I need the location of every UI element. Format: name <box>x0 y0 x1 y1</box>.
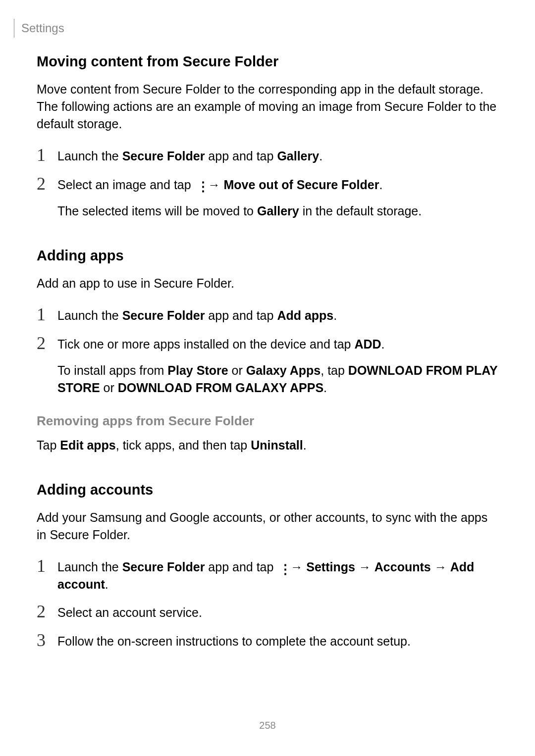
removing-apps-text: Tap Edit apps, tick apps, and then tap U… <box>37 437 498 454</box>
main-content: Moving content from Secure Folder Move c… <box>37 53 498 659</box>
intro-adding-accounts: Add your Samsung and Google accounts, or… <box>37 509 498 544</box>
text-fragment: . <box>379 178 382 192</box>
bold-fragment: Settings <box>306 560 355 574</box>
intro-adding-apps: Add an app to use in Secure Folder. <box>37 275 498 292</box>
step-number: 1 <box>37 146 57 165</box>
text-fragment: Select an image and tap <box>57 178 195 192</box>
text-fragment: app and tap <box>205 308 277 322</box>
heading-adding-accounts: Adding accounts <box>37 482 498 498</box>
bold-fragment: Secure Folder <box>122 149 205 163</box>
arrow-icon: → <box>431 560 450 574</box>
bold-fragment: Gallery <box>257 204 299 218</box>
step-number: 2 <box>37 174 57 194</box>
text-fragment: app and tap <box>205 149 277 163</box>
moving-step-1: 1 Launch the Secure Folder app and tap G… <box>37 146 498 165</box>
text-fragment: To install apps from <box>57 363 167 377</box>
bold-fragment: Accounts <box>374 560 431 574</box>
text-fragment: . <box>105 577 108 591</box>
text-fragment: . <box>303 438 307 452</box>
step-number: 3 <box>37 631 57 651</box>
page-header: Settings <box>14 19 64 38</box>
adding-apps-step-2-sub: To install apps from Play Store or Galax… <box>57 362 498 397</box>
bold-fragment: Secure Folder <box>122 308 205 322</box>
text-fragment: The selected items will be moved to <box>57 204 257 218</box>
bold-fragment: Uninstall <box>251 438 303 452</box>
step-text: Launch the Secure Folder app and tap Gal… <box>57 146 322 165</box>
more-options-icon <box>278 562 286 574</box>
text-fragment: . <box>333 308 337 322</box>
text-fragment: app and tap <box>205 560 277 574</box>
step-number: 2 <box>37 602 57 622</box>
adding-accounts-step-1: 1 Launch the Secure Folder app and tap →… <box>37 556 498 593</box>
subheading-removing-apps: Removing apps from Secure Folder <box>37 413 498 429</box>
text-fragment: , tick apps, and then tap <box>116 438 251 452</box>
moving-step-2: 2 Select an image and tap → Move out of … <box>37 174 498 194</box>
text-fragment: Tap <box>37 438 60 452</box>
more-options-icon <box>196 180 204 192</box>
step-text: Tick one or more apps installed on the d… <box>57 334 385 353</box>
text-fragment: . <box>323 381 327 395</box>
bold-fragment: DOWNLOAD FROM GALAXY APPS <box>118 381 323 395</box>
adding-accounts-step-2: 2 Select an account service. <box>37 602 498 622</box>
text-fragment: or <box>228 363 246 377</box>
intro-moving-content: Move content from Secure Folder to the c… <box>37 81 498 133</box>
text-fragment: Tick one or more apps installed on the d… <box>57 337 354 351</box>
heading-adding-apps: Adding apps <box>37 248 498 264</box>
adding-apps-step-2: 2 Tick one or more apps installed on the… <box>37 334 498 353</box>
step-text: Follow the on-screen instructions to com… <box>57 631 411 650</box>
adding-apps-step-1: 1 Launch the Secure Folder app and tap A… <box>37 305 498 325</box>
header-section-label: Settings <box>21 21 64 35</box>
step-text: Launch the Secure Folder app and tap → S… <box>57 556 498 593</box>
bold-fragment: Add apps <box>277 308 333 322</box>
text-fragment: Launch the <box>57 560 122 574</box>
text-fragment: or <box>100 381 118 395</box>
arrow-icon: → <box>355 560 374 574</box>
bold-fragment: Galaxy Apps <box>246 363 321 377</box>
bold-fragment: Play Store <box>167 363 228 377</box>
bold-fragment: ADD <box>354 337 381 351</box>
text-fragment: . <box>381 337 385 351</box>
heading-moving-content: Moving content from Secure Folder <box>37 53 498 70</box>
text-fragment: in the default storage. <box>299 204 422 218</box>
bold-fragment: Secure Folder <box>122 560 205 574</box>
text-fragment: , tap <box>321 363 348 377</box>
step-number: 2 <box>37 334 57 353</box>
page-number: 258 <box>0 720 535 731</box>
step-number: 1 <box>37 556 57 576</box>
step-number: 1 <box>37 305 57 325</box>
step-text: Launch the Secure Folder app and tap Add… <box>57 305 337 324</box>
bold-fragment: Move out of Secure Folder <box>223 178 379 192</box>
adding-accounts-step-3: 3 Follow the on-screen instructions to c… <box>37 631 498 651</box>
text-fragment: Launch the <box>57 308 122 322</box>
bold-fragment: Gallery <box>277 149 319 163</box>
step-text: Select an account service. <box>57 602 202 621</box>
header-divider <box>14 19 14 38</box>
bold-fragment: Edit apps <box>60 438 116 452</box>
text-fragment: Launch the <box>57 149 122 163</box>
text-fragment: . <box>319 149 322 163</box>
moving-step-2-sub: The selected items will be moved to Gall… <box>57 202 498 220</box>
step-text: Select an image and tap → Move out of Se… <box>57 174 382 194</box>
